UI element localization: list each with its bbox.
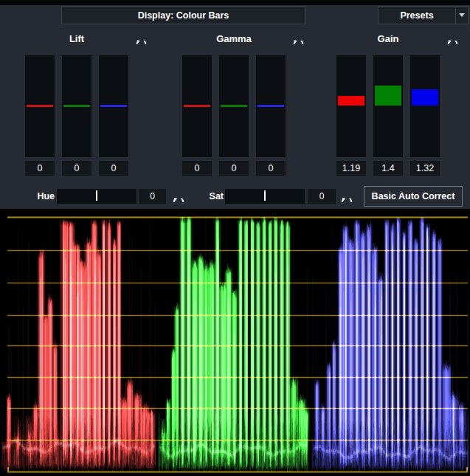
reset-icon [172,189,185,202]
gamma-blue-handle [258,105,284,107]
lift-label: Lift [25,33,128,44]
presets-button[interactable]: Presets [378,6,456,24]
gamma-label: Gamma [182,33,286,44]
display-colour-bars-button[interactable]: Display: Colour Bars [61,6,305,24]
lift-reset-button[interactable] [134,32,148,45]
reset-icon [340,189,353,202]
gain-green-slider[interactable] [373,55,403,157]
gain-green-handle [375,86,401,106]
gamma-section: Gamma 0 0 0 [182,30,308,209]
gamma-green-value: 0 [219,161,249,176]
gamma-blue-value: 0 [256,161,286,176]
top-black-strip [0,0,470,5]
sat-value: 0 [308,189,336,204]
chevron-down-icon [459,13,465,17]
presets-dropdown-button[interactable] [455,6,469,24]
lift-blue-value: 0 [99,161,128,176]
reset-icon [446,32,459,44]
reset-icon [292,32,305,44]
gain-reset-button[interactable] [446,32,459,45]
lift-blue-slider[interactable] [99,55,128,157]
rgb-parade-waveform-scope [0,209,470,476]
control-panel: Display: Colour Bars Presets Lift 0 0 0 [0,0,470,209]
colour-correct-window: Display: Colour Bars Presets Lift 0 0 0 [0,0,470,476]
hue-label: Hue [27,191,55,201]
lift-green-slider[interactable] [62,55,91,157]
hue-reset-button[interactable] [172,189,185,202]
gain-blue-slider[interactable] [410,55,440,157]
presets-button-label: Presets [400,10,433,21]
lift-red-slider[interactable] [25,55,55,157]
lift-green-handle [63,105,90,107]
gain-section: Gain 1.19 1.4 1.32 [336,30,462,209]
sat-reset-button[interactable] [340,189,353,202]
basic-auto-correct-button[interactable]: Basic Auto Correct [364,186,463,207]
gamma-green-slider[interactable] [219,55,249,157]
gain-red-value: 1.19 [336,161,366,176]
gain-green-value: 1.4 [373,161,403,176]
gain-red-slider[interactable] [336,55,366,157]
gamma-blue-slider[interactable] [256,55,286,157]
lift-red-handle [27,105,53,107]
sat-label: Sat [196,191,224,201]
gain-blue-value: 1.32 [410,161,440,176]
sat-slider-tick [264,190,266,201]
gamma-green-handle [221,105,247,107]
gain-red-handle [338,96,364,106]
lift-green-value: 0 [62,161,91,176]
gamma-red-value: 0 [182,161,212,176]
hue-value: 0 [139,189,166,204]
hue-slider[interactable] [57,189,136,204]
lift-blue-handle [100,105,127,107]
gamma-reset-button[interactable] [291,32,305,45]
auto-correct-label: Basic Auto Correct [372,191,455,201]
gain-label: Gain [336,33,440,44]
display-button-label: Display: Colour Bars [138,10,229,21]
reset-icon [135,32,148,44]
lift-red-value: 0 [25,161,55,176]
lift-section: Lift 0 0 0 [25,30,151,209]
gain-blue-handle [412,89,438,106]
gamma-red-handle [184,105,210,107]
gamma-red-slider[interactable] [182,55,212,157]
sat-slider[interactable] [225,189,305,204]
hue-slider-tick [96,190,97,201]
